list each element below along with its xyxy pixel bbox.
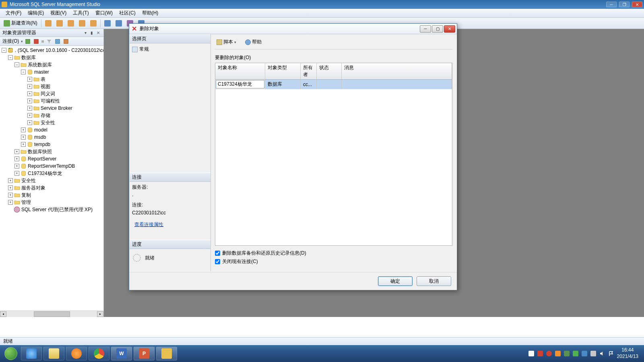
tray-icon[interactable]: [537, 351, 543, 356]
tree-toggle-icon[interactable]: +: [8, 200, 13, 205]
explorer-tb-btn-3[interactable]: [54, 38, 61, 45]
toolbar-btn-7[interactable]: [114, 19, 124, 28]
grid-row[interactable]: C197324杨华龙 数据库 cc...: [215, 80, 452, 89]
tree-node-user-database[interactable]: +C197324杨华龙: [0, 170, 103, 177]
dialog-titlebar[interactable]: ✕ 删除对象 ─ ▢ ✕: [129, 24, 457, 34]
tree-toggle-icon[interactable]: +: [14, 164, 19, 169]
help-button[interactable]: 帮助: [244, 38, 263, 46]
taskbar-ie[interactable]: [21, 347, 42, 360]
tree-node-reportservertemp[interactable]: +ReportServerTempDB: [0, 162, 103, 170]
tray-icon[interactable]: [590, 351, 596, 356]
tree-toggle-icon[interactable]: +: [27, 99, 32, 103]
tree-toggle-icon[interactable]: +: [27, 120, 32, 125]
tree-node-security[interactable]: +安全性: [0, 119, 103, 126]
menu-view[interactable]: 视图(V): [47, 9, 70, 17]
tree-toggle-icon[interactable]: +: [21, 128, 26, 132]
taskbar-powerpoint[interactable]: P: [134, 347, 155, 360]
dropdown-icon[interactable]: ▾: [234, 40, 236, 44]
tray-icon[interactable]: [528, 351, 534, 356]
minimize-button[interactable]: ─: [606, 2, 617, 7]
tree-node-databases[interactable]: − 数据库: [0, 54, 103, 61]
tree-node-tempdb[interactable]: +tempdb: [0, 141, 103, 148]
tree-node-service-broker[interactable]: +Service Broker: [0, 105, 103, 112]
explorer-horizontal-scrollbar[interactable]: ◂ ▸: [0, 311, 103, 317]
tree-node-msdb[interactable]: +msdb: [0, 134, 103, 141]
tree-toggle-icon[interactable]: +: [27, 106, 32, 111]
tree-toggle-icon[interactable]: +: [27, 113, 32, 118]
objects-grid[interactable]: 对象名称 对象类型 所有者 状态 消息 C197324杨华龙 数据库 cc...: [215, 63, 452, 246]
tree-node-agent[interactable]: SQL Server 代理(已禁用代理 XP): [0, 206, 103, 213]
checkbox-input[interactable]: [215, 251, 220, 256]
tree-toggle-icon[interactable]: +: [8, 185, 13, 190]
taskbar-clock[interactable]: 16:44 2021/4/13: [617, 347, 638, 360]
tree-node-model[interactable]: +model: [0, 126, 103, 134]
tree-toggle-icon[interactable]: +: [27, 84, 32, 89]
tree-node-replication[interactable]: +复制: [0, 191, 103, 199]
tree-toggle-icon[interactable]: +: [21, 135, 26, 140]
tree-node-tables[interactable]: +表: [0, 76, 103, 83]
delete-backup-history-checkbox[interactable]: 删除数据库备份和还原历史记录信息(D): [215, 249, 452, 257]
tray-icon[interactable]: [564, 351, 570, 356]
tree-toggle-icon[interactable]: +: [8, 193, 13, 197]
tree-toggle-icon[interactable]: +: [27, 91, 32, 96]
tree-node-master[interactable]: − master: [0, 68, 103, 76]
tree-node-synonyms[interactable]: +同义词: [0, 90, 103, 97]
menu-tools[interactable]: 工具(T): [70, 9, 92, 17]
explorer-tb-btn-4[interactable]: [62, 38, 70, 45]
tree-toggle-icon[interactable]: −: [8, 55, 13, 60]
tree-node-security-top[interactable]: +安全性: [0, 177, 103, 184]
explorer-tb-btn-2[interactable]: [33, 38, 40, 45]
tree-toggle-icon[interactable]: +: [8, 178, 13, 183]
tree-toggle-icon[interactable]: −: [14, 62, 19, 67]
taskbar-ssms[interactable]: [156, 347, 177, 360]
tree-toggle-icon[interactable]: −: [2, 48, 6, 53]
menu-edit[interactable]: 编辑(E): [25, 9, 47, 17]
maximize-button[interactable]: ❐: [619, 2, 630, 7]
explorer-tb-btn-1[interactable]: [24, 38, 31, 45]
scroll-right-arrow[interactable]: ▸: [97, 311, 103, 317]
tree-node-server[interactable]: − . (SQL Server 10.0.1600 - C220301012\c…: [0, 47, 103, 54]
start-button[interactable]: [2, 347, 20, 360]
tree-toggle-icon[interactable]: +: [27, 77, 32, 82]
tree-toggle-icon[interactable]: +: [14, 156, 19, 161]
menu-help[interactable]: 帮助(H): [139, 9, 162, 17]
script-button[interactable]: 脚本 ▾: [215, 38, 238, 46]
tree-node-system-databases[interactable]: − 系统数据库: [0, 61, 103, 68]
ok-button[interactable]: 确定: [378, 276, 413, 286]
panel-pin-button[interactable]: ▮: [89, 30, 95, 36]
toolbar-btn-1[interactable]: [43, 19, 54, 28]
taskbar-word[interactable]: W: [111, 347, 132, 360]
menu-file[interactable]: 文件(F): [2, 9, 25, 17]
toolbar-btn-3[interactable]: [66, 19, 76, 28]
scroll-thumb[interactable]: [34, 311, 70, 317]
object-explorer-tree[interactable]: − . (SQL Server 10.0.1600 - C220301012\c…: [0, 46, 103, 311]
flag-icon[interactable]: [608, 351, 614, 356]
tree-node-snapshot[interactable]: +数据库快照: [0, 148, 103, 155]
tree-toggle-icon[interactable]: +: [21, 142, 26, 147]
taskbar-media[interactable]: [66, 347, 87, 360]
grid-header-name[interactable]: 对象名称: [215, 63, 265, 79]
cancel-button[interactable]: 取消: [417, 276, 451, 286]
grid-header-status[interactable]: 状态: [317, 63, 342, 79]
new-query-button[interactable]: 新建查询(N): [2, 19, 39, 28]
tree-node-programmability[interactable]: +可编程性: [0, 97, 103, 105]
panel-dropdown-button[interactable]: ▾: [83, 30, 88, 36]
tree-toggle-icon[interactable]: −: [21, 70, 26, 74]
grid-header-owner[interactable]: 所有者: [301, 63, 317, 79]
tray-icon[interactable]: [546, 351, 552, 356]
explorer-filter-button[interactable]: [45, 38, 53, 45]
view-connection-properties-link[interactable]: 查看连接属性: [134, 221, 163, 228]
checkbox-input[interactable]: [215, 259, 220, 264]
taskbar-chrome[interactable]: [89, 347, 109, 360]
grid-header-type[interactable]: 对象类型: [265, 63, 301, 79]
grid-header-message[interactable]: 消息: [342, 63, 452, 79]
toolbar-btn-6[interactable]: [102, 19, 113, 28]
toolbar-btn-2[interactable]: [54, 19, 65, 28]
scroll-track[interactable]: [6, 311, 97, 317]
toolbar-btn-5[interactable]: [88, 19, 99, 28]
tree-node-management[interactable]: +管理: [0, 199, 103, 206]
menu-community[interactable]: 社区(C): [116, 9, 139, 17]
close-button[interactable]: ✕: [632, 2, 642, 7]
close-existing-connections-checkbox[interactable]: 关闭现有连接(C): [215, 257, 452, 266]
connect-label[interactable]: 连接(O): [2, 38, 20, 45]
